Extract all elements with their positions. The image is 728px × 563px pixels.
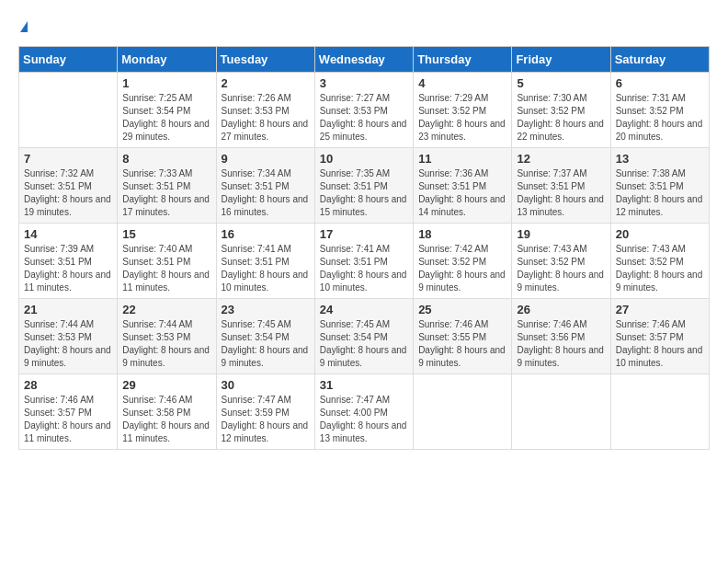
- calendar-week-row: 1Sunrise: 7:25 AM Sunset: 3:54 PM Daylig…: [19, 72, 710, 147]
- cell-info: Sunrise: 7:32 AM Sunset: 3:51 PM Dayligh…: [24, 167, 112, 219]
- calendar-cell: [610, 373, 709, 449]
- cell-day-number: 18: [418, 227, 506, 241]
- calendar-cell: 31Sunrise: 7:47 AM Sunset: 4:00 PM Dayli…: [314, 373, 413, 449]
- logo-text: [18, 18, 28, 37]
- calendar-cell: [19, 72, 118, 147]
- header-day: Sunday: [19, 46, 118, 72]
- calendar-cell: 23Sunrise: 7:45 AM Sunset: 3:54 PM Dayli…: [216, 298, 314, 373]
- calendar-cell: 30Sunrise: 7:47 AM Sunset: 3:59 PM Dayli…: [216, 373, 314, 449]
- calendar-cell: 1Sunrise: 7:25 AM Sunset: 3:54 PM Daylig…: [118, 72, 216, 147]
- cell-info: Sunrise: 7:27 AM Sunset: 3:53 PM Dayligh…: [320, 92, 408, 144]
- logo-icon: [20, 21, 28, 32]
- cell-day-number: 31: [320, 378, 408, 392]
- cell-day-number: 30: [222, 378, 310, 392]
- cell-info: Sunrise: 7:41 AM Sunset: 3:51 PM Dayligh…: [320, 243, 408, 294]
- calendar-week-row: 14Sunrise: 7:39 AM Sunset: 3:51 PM Dayli…: [19, 223, 710, 298]
- cell-info: Sunrise: 7:29 AM Sunset: 3:52 PM Dayligh…: [418, 92, 506, 144]
- cell-day-number: 5: [517, 76, 605, 90]
- calendar-week-row: 21Sunrise: 7:44 AM Sunset: 3:53 PM Dayli…: [19, 298, 710, 373]
- calendar-week-row: 7Sunrise: 7:32 AM Sunset: 3:51 PM Daylig…: [19, 147, 710, 223]
- calendar-cell: 18Sunrise: 7:42 AM Sunset: 3:52 PM Dayli…: [414, 223, 512, 298]
- calendar-cell: 8Sunrise: 7:33 AM Sunset: 3:51 PM Daylig…: [118, 147, 216, 223]
- cell-day-number: 20: [616, 227, 704, 241]
- calendar-cell: [512, 373, 610, 449]
- cell-info: Sunrise: 7:43 AM Sunset: 3:52 PM Dayligh…: [517, 243, 605, 294]
- cell-info: Sunrise: 7:26 AM Sunset: 3:53 PM Dayligh…: [222, 92, 310, 144]
- calendar-cell: 20Sunrise: 7:43 AM Sunset: 3:52 PM Dayli…: [610, 223, 709, 298]
- cell-info: Sunrise: 7:46 AM Sunset: 3:57 PM Dayligh…: [24, 394, 112, 445]
- calendar-cell: 11Sunrise: 7:36 AM Sunset: 3:51 PM Dayli…: [414, 147, 512, 223]
- header-day: Friday: [512, 46, 610, 72]
- cell-day-number: 17: [320, 227, 408, 241]
- calendar-cell: 2Sunrise: 7:26 AM Sunset: 3:53 PM Daylig…: [216, 72, 314, 147]
- cell-day-number: 27: [616, 303, 704, 316]
- calendar-cell: 5Sunrise: 7:30 AM Sunset: 3:52 PM Daylig…: [512, 72, 610, 147]
- calendar-cell: 12Sunrise: 7:37 AM Sunset: 3:51 PM Dayli…: [512, 147, 610, 223]
- calendar-cell: 6Sunrise: 7:31 AM Sunset: 3:52 PM Daylig…: [610, 72, 709, 147]
- logo: [18, 18, 28, 37]
- cell-day-number: 22: [122, 303, 210, 316]
- cell-info: Sunrise: 7:44 AM Sunset: 3:53 PM Dayligh…: [122, 318, 210, 370]
- calendar-cell: 3Sunrise: 7:27 AM Sunset: 3:53 PM Daylig…: [314, 72, 413, 147]
- cell-info: Sunrise: 7:46 AM Sunset: 3:55 PM Dayligh…: [418, 318, 506, 370]
- cell-info: Sunrise: 7:40 AM Sunset: 3:51 PM Dayligh…: [122, 243, 210, 294]
- calendar-cell: 13Sunrise: 7:38 AM Sunset: 3:51 PM Dayli…: [610, 147, 709, 223]
- cell-info: Sunrise: 7:46 AM Sunset: 3:58 PM Dayligh…: [122, 394, 210, 445]
- calendar-cell: 21Sunrise: 7:44 AM Sunset: 3:53 PM Dayli…: [19, 298, 118, 373]
- cell-day-number: 8: [122, 152, 210, 166]
- calendar-header-row: SundayMondayTuesdayWednesdayThursdayFrid…: [19, 46, 710, 72]
- header-day: Wednesday: [314, 46, 413, 72]
- cell-info: Sunrise: 7:45 AM Sunset: 3:54 PM Dayligh…: [320, 318, 408, 370]
- cell-info: Sunrise: 7:38 AM Sunset: 3:51 PM Dayligh…: [616, 167, 704, 219]
- cell-day-number: 28: [24, 378, 112, 392]
- cell-info: Sunrise: 7:44 AM Sunset: 3:53 PM Dayligh…: [24, 318, 112, 370]
- cell-day-number: 4: [418, 76, 506, 90]
- cell-day-number: 1: [122, 76, 210, 90]
- cell-day-number: 14: [24, 227, 112, 241]
- calendar-cell: 17Sunrise: 7:41 AM Sunset: 3:51 PM Dayli…: [314, 223, 413, 298]
- cell-info: Sunrise: 7:39 AM Sunset: 3:51 PM Dayligh…: [24, 243, 112, 294]
- cell-day-number: 16: [222, 227, 310, 241]
- cell-info: Sunrise: 7:34 AM Sunset: 3:51 PM Dayligh…: [222, 167, 310, 219]
- page-header: [18, 18, 710, 37]
- cell-day-number: 2: [222, 76, 310, 90]
- cell-info: Sunrise: 7:45 AM Sunset: 3:54 PM Dayligh…: [222, 318, 310, 370]
- calendar-cell: 28Sunrise: 7:46 AM Sunset: 3:57 PM Dayli…: [19, 373, 118, 449]
- calendar-cell: 15Sunrise: 7:40 AM Sunset: 3:51 PM Dayli…: [118, 223, 216, 298]
- cell-day-number: 29: [122, 378, 210, 392]
- cell-day-number: 24: [320, 303, 408, 316]
- calendar-cell: 7Sunrise: 7:32 AM Sunset: 3:51 PM Daylig…: [19, 147, 118, 223]
- calendar-cell: 25Sunrise: 7:46 AM Sunset: 3:55 PM Dayli…: [414, 298, 512, 373]
- calendar-cell: 29Sunrise: 7:46 AM Sunset: 3:58 PM Dayli…: [118, 373, 216, 449]
- header-day: Saturday: [610, 46, 709, 72]
- calendar-cell: 24Sunrise: 7:45 AM Sunset: 3:54 PM Dayli…: [314, 298, 413, 373]
- cell-day-number: 3: [320, 76, 408, 90]
- cell-day-number: 15: [122, 227, 210, 241]
- calendar-cell: 26Sunrise: 7:46 AM Sunset: 3:56 PM Dayli…: [512, 298, 610, 373]
- calendar-cell: [414, 373, 512, 449]
- cell-day-number: 12: [517, 152, 605, 166]
- header-day: Monday: [118, 46, 216, 72]
- cell-info: Sunrise: 7:46 AM Sunset: 3:56 PM Dayligh…: [517, 318, 605, 370]
- calendar-table: SundayMondayTuesdayWednesdayThursdayFrid…: [18, 46, 710, 450]
- cell-info: Sunrise: 7:42 AM Sunset: 3:52 PM Dayligh…: [418, 243, 506, 294]
- cell-info: Sunrise: 7:35 AM Sunset: 3:51 PM Dayligh…: [320, 167, 408, 219]
- cell-info: Sunrise: 7:43 AM Sunset: 3:52 PM Dayligh…: [616, 243, 704, 294]
- calendar-cell: 10Sunrise: 7:35 AM Sunset: 3:51 PM Dayli…: [314, 147, 413, 223]
- cell-day-number: 19: [517, 227, 605, 241]
- cell-info: Sunrise: 7:36 AM Sunset: 3:51 PM Dayligh…: [418, 167, 506, 219]
- cell-info: Sunrise: 7:31 AM Sunset: 3:52 PM Dayligh…: [616, 92, 704, 144]
- cell-info: Sunrise: 7:37 AM Sunset: 3:51 PM Dayligh…: [517, 167, 605, 219]
- header-day: Thursday: [414, 46, 512, 72]
- calendar-cell: 27Sunrise: 7:46 AM Sunset: 3:57 PM Dayli…: [610, 298, 709, 373]
- calendar-cell: 16Sunrise: 7:41 AM Sunset: 3:51 PM Dayli…: [216, 223, 314, 298]
- cell-info: Sunrise: 7:33 AM Sunset: 3:51 PM Dayligh…: [122, 167, 210, 219]
- cell-info: Sunrise: 7:41 AM Sunset: 3:51 PM Dayligh…: [222, 243, 310, 294]
- cell-day-number: 11: [418, 152, 506, 166]
- cell-day-number: 25: [418, 303, 506, 316]
- calendar-cell: 14Sunrise: 7:39 AM Sunset: 3:51 PM Dayli…: [19, 223, 118, 298]
- calendar-cell: 22Sunrise: 7:44 AM Sunset: 3:53 PM Dayli…: [118, 298, 216, 373]
- cell-day-number: 9: [222, 152, 310, 166]
- calendar-cell: 9Sunrise: 7:34 AM Sunset: 3:51 PM Daylig…: [216, 147, 314, 223]
- calendar-cell: 4Sunrise: 7:29 AM Sunset: 3:52 PM Daylig…: [414, 72, 512, 147]
